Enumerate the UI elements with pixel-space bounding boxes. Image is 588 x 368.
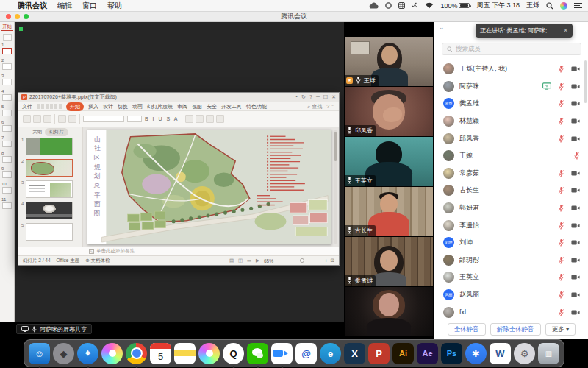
dock-safari-icon[interactable]: ⌖ — [77, 343, 98, 364]
ppt-quick-access-icons[interactable] — [37, 104, 62, 109]
control-center-icon[interactable] — [574, 2, 582, 9]
shortcuts-icon[interactable] — [385, 2, 392, 9]
dock-finder-icon[interactable]: ☺ — [29, 343, 50, 364]
video-tile-邱凤香[interactable]: 邱凤香 — [345, 87, 433, 136]
member-search-box[interactable]: 搜索成员 — [442, 43, 581, 55]
background-slide-thumb[interactable]: 7 — [0, 135, 14, 150]
siri-icon[interactable] — [560, 2, 567, 10]
background-slide-thumb[interactable]: 9 — [0, 166, 14, 181]
ppt-panel-tab-幻灯片[interactable]: 幻灯片 — [45, 128, 68, 136]
font-name-combo[interactable] — [83, 116, 124, 122]
member-row-王烁(主持人, 我)[interactable]: 王烁(主持人, 我) — [434, 60, 588, 78]
member-list-scrollbar[interactable] — [584, 60, 587, 103]
ribbon-tab-视图[interactable]: 视图 — [192, 103, 202, 110]
ribbon-tab-开始[interactable]: 开始 — [66, 102, 84, 111]
dock-wechat-icon[interactable] — [247, 343, 268, 364]
member-camera-icon[interactable] — [571, 309, 580, 316]
fan-icon[interactable] — [412, 2, 418, 9]
dock-x-dark-app-icon[interactable]: X — [344, 343, 365, 364]
dock-pinwheel-icon[interactable] — [101, 343, 123, 364]
panel-button-1[interactable]: 解除全体静音 — [490, 323, 541, 336]
member-mic-muted-icon[interactable] — [558, 273, 564, 281]
member-mic-muted-icon[interactable] — [558, 256, 564, 264]
ribbon-tab-幻灯片放映[interactable]: 幻灯片放映 — [147, 103, 173, 110]
dock-photos-icon[interactable] — [198, 343, 220, 364]
dock-word-icon[interactable]: W — [490, 343, 511, 364]
member-mic-muted-icon[interactable] — [558, 308, 564, 316]
menu-user[interactable]: 王烁 — [526, 1, 539, 10]
member-camera-icon[interactable] — [571, 205, 580, 211]
member-row-邰玥彤[interactable]: 邰玥彤 — [434, 252, 588, 269]
dock-netdisk-icon[interactable]: ✱ — [465, 343, 487, 364]
dock-calendar-icon[interactable]: 5 — [150, 343, 171, 364]
video-tile-樊孟维[interactable]: 樊孟维 — [345, 237, 433, 286]
member-camera-icon[interactable] — [571, 187, 580, 194]
font-size-combo[interactable] — [127, 116, 142, 122]
slide-thumbnail-3[interactable] — [26, 180, 73, 198]
zoom-percent[interactable]: 65% — [264, 258, 273, 263]
member-mic-muted-icon[interactable] — [558, 135, 564, 143]
member-camera-icon[interactable] — [571, 274, 580, 280]
ppt-find[interactable]: ⌕ 查找 — [307, 103, 322, 110]
member-sharing-icon[interactable] — [542, 82, 551, 90]
member-row-阿萨咪[interactable]: 阿萨咪 — [434, 78, 588, 96]
wifi-icon[interactable] — [425, 2, 434, 9]
view-mode-buttons[interactable]: ▤ ◫ ▭ ▶ — [229, 258, 261, 263]
member-row-王婉[interactable]: 王婉 — [434, 147, 588, 165]
member-row-赵凤丽[interactable]: 凤丽赵凤丽 — [434, 286, 588, 304]
member-camera-icon[interactable] — [571, 83, 580, 90]
ppt-file-menu[interactable]: 文件 — [22, 103, 32, 110]
member-mic-muted-icon[interactable] — [558, 238, 564, 247]
ppt-panel-tab-大纲[interactable]: 大纲 — [32, 129, 42, 135]
panel-button-2[interactable]: 更多 ▾ — [545, 323, 576, 336]
member-row-邱凤香[interactable]: 邱凤香 — [434, 130, 588, 147]
member-mic-muted-icon[interactable] — [558, 117, 564, 125]
background-slide-thumb[interactable]: 11 — [0, 197, 14, 212]
ribbon-tab-特色功能[interactable]: 特色功能 — [246, 103, 267, 110]
menu-item-3[interactable]: 帮助 — [107, 1, 122, 11]
fit-slide-button[interactable]: ⊡ — [331, 258, 334, 263]
dock-illustrator-icon[interactable]: Ai — [392, 343, 414, 364]
member-camera-icon[interactable] — [571, 66, 580, 72]
zoom-in-button[interactable]: + — [325, 258, 328, 263]
picture-tool[interactable] — [206, 115, 214, 123]
member-mic-muted-icon[interactable] — [558, 99, 564, 107]
grid-icon[interactable] — [398, 2, 405, 9]
dock-tencent-meeting-icon[interactable] — [271, 343, 293, 364]
slide-scrollbar[interactable] — [334, 130, 337, 244]
textbox-tool[interactable] — [185, 115, 193, 123]
member-row-fxl[interactable]: fxl — [434, 303, 588, 321]
dock-p-red-app-icon[interactable]: P — [368, 343, 390, 364]
member-mic-muted-icon[interactable] — [558, 204, 564, 212]
ribbon-tab-审阅[interactable]: 审阅 — [177, 103, 187, 110]
member-mic-muted-icon[interactable] — [558, 222, 564, 230]
background-slide-thumb[interactable]: 10 — [0, 182, 14, 197]
background-slide-thumb[interactable]: 6 — [0, 120, 14, 135]
ppt-ribbon-controls[interactable]: ? ⌃ — [326, 104, 335, 110]
dock-chrome-icon[interactable] — [126, 343, 147, 364]
member-camera-icon[interactable] — [571, 118, 580, 124]
video-tile-王英立[interactable]: 王英立 — [345, 137, 433, 186]
member-camera-icon[interactable] — [571, 239, 580, 246]
slide-thumbnail-4[interactable] — [26, 202, 73, 219]
background-slide-thumb[interactable]: 4 — [0, 89, 14, 104]
spotlight-icon[interactable] — [546, 2, 553, 10]
member-camera-icon[interactable] — [571, 135, 580, 142]
member-mic-muted-icon[interactable] — [558, 291, 564, 299]
ribbon-tab-开发工具[interactable]: 开发工具 — [221, 103, 242, 110]
member-row-林慧颖[interactable]: 林慧颖 — [434, 113, 588, 130]
member-camera-icon[interactable] — [571, 100, 580, 107]
dock-trash-icon[interactable]: ▥ — [538, 343, 559, 364]
menu-item-2[interactable]: 窗口 — [82, 1, 97, 11]
toast-close-icon[interactable]: ✕ — [563, 27, 568, 34]
dock-after-effects-icon[interactable]: Ae — [417, 343, 438, 364]
icloud-icon[interactable] — [369, 2, 379, 9]
member-mic-muted-icon[interactable] — [558, 169, 564, 177]
background-ppt-tab[interactable]: 开始 — [1, 24, 13, 31]
member-mic-muted-icon[interactable] — [573, 152, 580, 160]
video-tile-古长生[interactable]: 古长生 — [345, 187, 433, 236]
member-row-李漫怡[interactable]: 李漫怡 — [434, 216, 588, 234]
member-mic-muted-icon[interactable] — [558, 82, 564, 91]
menu-item-1[interactable]: 编辑 — [57, 1, 72, 11]
dock-qq-icon[interactable]: Q — [223, 343, 244, 364]
